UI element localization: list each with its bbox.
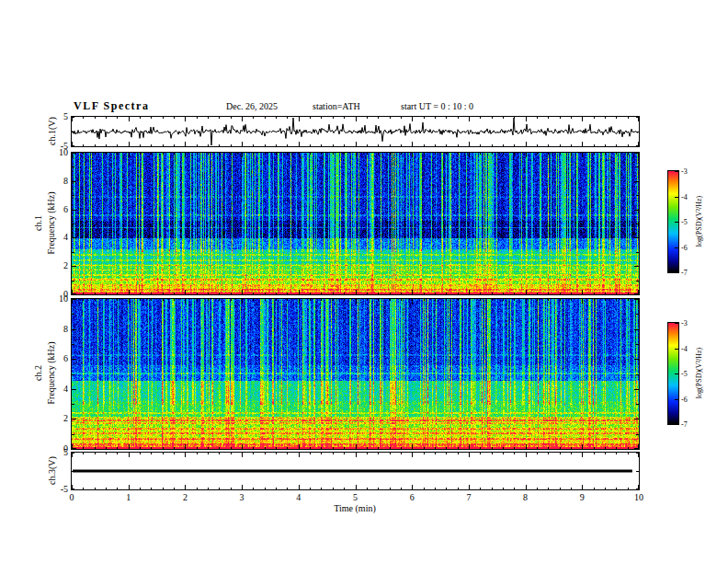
ch3-waveform-canvas [72,453,639,489]
colorbar-tick-label: -3 [681,319,698,327]
x-tick-label: 4 [291,492,306,502]
x-tick-label: 1 [121,492,136,502]
y-tick-label: 2 [46,413,68,423]
y-tick-label: 6 [46,204,68,214]
ch3-waveform-panel [71,452,640,490]
ch3-voltage-axis-label: ch.3(V) [47,416,57,526]
y-tick-label: -5 [46,484,68,494]
colorbar-tick-label: -6 [681,396,698,404]
ch1-spectrogram-panel [71,152,640,295]
colorbar-tick-label: -7 [681,420,698,429]
y-tick-label: 8 [46,176,68,186]
ch2-colorbar [667,322,679,425]
x-tick-label: 6 [404,492,419,502]
colorbar-tick-label: -5 [681,370,698,378]
time-axis-label: Time (min) [300,503,410,513]
colorbar-tick-label: -3 [681,167,698,176]
x-tick-label: 3 [234,492,249,502]
y-tick-label: 2 [46,260,68,270]
ch2-spectrogram-canvas [72,299,639,449]
colorbar-tick-label: -7 [681,269,698,277]
ch1-colorbar-canvas [668,171,678,272]
colorbar-tick-label: -5 [681,218,698,226]
x-tick-label: 9 [574,492,589,502]
y-tick-label: 10 [46,293,68,304]
ch1-channel-label: ch.1 [33,168,43,279]
y-tick-label: 10 [46,147,68,157]
y-tick-label: 4 [46,232,68,242]
x-tick-label: 2 [177,492,192,502]
colorbar-tick-label: -4 [681,345,698,353]
y-tick-label: 6 [46,353,68,363]
plot-start-ut: start UT = 0 : 10 : 0 [401,101,473,111]
ch1-colorbar [667,170,679,273]
ch1-waveform-canvas [72,117,639,146]
ch1-waveform-panel [71,116,640,147]
y-tick-label: 8 [46,324,68,334]
y-tick-label: 4 [46,384,68,394]
colorbar-tick-label: -4 [681,193,698,201]
plot-station: station=ATH [313,101,360,111]
y-tick-label: 5 [46,447,68,457]
y-tick-label: 5 [46,111,68,121]
ch2-colorbar-canvas [668,323,678,424]
plot-date: Dec. 26, 2025 [226,101,278,111]
ch2-frequency-axis-label: Frequency (kHz) [46,318,56,429]
ch1-spectrogram-canvas [72,153,639,294]
x-tick-label: 5 [348,492,363,502]
x-tick-label: 7 [461,492,476,502]
colorbar-tick-label: -6 [681,244,698,252]
plot-title: VLF Spectra [74,99,149,113]
x-tick-label: 10 [631,492,646,502]
x-tick-label: 8 [518,492,533,502]
ch2-channel-label: ch.2 [33,318,43,429]
ch2-spectrogram-panel [71,298,640,450]
vlf-spectra-figure: VLF Spectra Dec. 26, 2025 station=ATH st… [0,0,728,563]
